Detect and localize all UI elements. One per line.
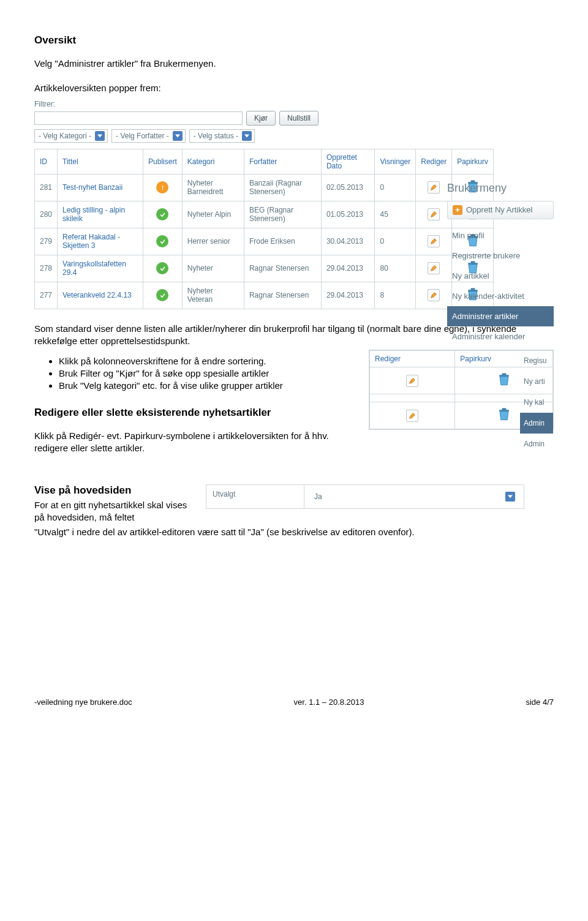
section-heading-oversikt: Oversikt <box>34 34 554 47</box>
cell-id: 281 <box>35 174 58 201</box>
sidebar-title: Brukermeny <box>447 182 554 195</box>
vise-paragraph-left: For at en gitt nyhetsartikkel skal vises… <box>34 499 194 524</box>
edit-icon[interactable] <box>406 375 418 387</box>
status-icon[interactable] <box>156 181 168 194</box>
col-published[interactable]: Publisert <box>148 157 177 166</box>
cell-created: 29.04.2013 <box>321 255 375 282</box>
edit-icon[interactable] <box>428 181 440 194</box>
footer-left: -veiledning nye brukere.doc <box>34 697 132 707</box>
status-icon[interactable] <box>156 208 168 220</box>
filter-category-select[interactable]: - Velg Kategori - <box>34 129 108 143</box>
cell-views: 0 <box>375 174 416 201</box>
trash-icon[interactable] <box>496 382 513 390</box>
cell-author: BEG (Ragnar Stenersen) <box>244 201 321 228</box>
table-row: 279Referat Hakadal - Skjetten 3Herrer se… <box>35 228 494 255</box>
cell-title-link[interactable]: Test-nyhet Banzaii <box>62 183 123 192</box>
trash-icon[interactable] <box>496 416 513 425</box>
sidebar-item[interactable]: Administrer artikler <box>447 306 554 326</box>
col-id[interactable]: ID <box>40 157 47 166</box>
chevron-down-icon <box>505 492 515 502</box>
edit-icon[interactable] <box>406 410 418 422</box>
col-trash[interactable]: Papirkurv <box>457 157 488 166</box>
sidebar-brukermeny: Brukermeny + Opprett Ny Artikkel Min pro… <box>447 182 554 347</box>
cell-id: 278 <box>35 255 58 282</box>
cell-author: Ragnar Stenersen <box>244 255 321 282</box>
col-author[interactable]: Forfatter <box>249 157 277 166</box>
cell-created: 01.05.2013 <box>321 201 375 228</box>
utvalgt-field-row: Utvalgt Ja <box>206 484 524 509</box>
cell-created: 29.04.2013 <box>321 282 375 309</box>
sidebar-fragment-item[interactable]: Admin <box>520 413 553 434</box>
footer-center: ver. 1.1 – 20.8.2013 <box>294 697 364 707</box>
cell-title-link[interactable]: Varingskollstafetten 29.4 <box>62 260 126 277</box>
col-title[interactable]: Tittel <box>62 157 78 166</box>
svg-rect-0 <box>162 186 163 188</box>
svg-rect-15 <box>502 408 506 410</box>
cell-title-link[interactable]: Ledig stilling - alpin skileik <box>62 206 125 223</box>
svg-rect-12 <box>499 375 509 377</box>
edit-icon[interactable] <box>428 289 440 301</box>
cell-views: 8 <box>375 282 416 309</box>
filter-run-button[interactable]: Kjør <box>246 111 276 126</box>
svg-rect-13 <box>502 374 506 375</box>
filter-author-select[interactable]: - Velg Forfatter - <box>111 129 186 143</box>
svg-rect-14 <box>499 410 509 412</box>
cell-views: 80 <box>375 255 416 282</box>
sidebar-fragment-item[interactable]: Ny arti <box>520 371 553 392</box>
col-views[interactable]: Visninger <box>380 157 410 166</box>
cell-author: Ragnar Stenersen <box>244 282 321 309</box>
status-icon[interactable] <box>156 235 168 247</box>
table-row: 278Varingskollstafetten 29.4NyheterRagna… <box>35 255 494 282</box>
vise-paragraph-rest: "Utvalgt" i nedre del av artikkel-editor… <box>34 526 554 538</box>
cell-author: Frode Eriksen <box>244 228 321 255</box>
cell-category: Nyheter <box>182 255 244 282</box>
sidebar-item[interactable]: Ny artikkel <box>447 266 554 286</box>
chevron-down-icon <box>173 131 183 141</box>
footer-right: side 4/7 <box>526 697 554 707</box>
cell-author: Banzaii (Ragnar Stenersen) <box>244 174 321 201</box>
article-grid: ID Tittel Publisert Kategori Forfatter O… <box>34 149 494 309</box>
sidebar-item[interactable]: Registrerte brukere <box>447 246 554 266</box>
cell-views: 45 <box>375 201 416 228</box>
cell-created: 30.04.2013 <box>321 228 375 255</box>
create-article-button[interactable]: + Opprett Ny Artikkel <box>447 201 554 219</box>
chevron-down-icon <box>95 131 105 141</box>
col-created[interactable]: Opprettet Dato <box>326 153 357 170</box>
cell-title-link[interactable]: Referat Hakadal - Skjetten 3 <box>62 233 120 250</box>
utvalgt-select[interactable]: Ja <box>311 490 518 503</box>
edit-icon[interactable] <box>428 262 440 274</box>
cell-created: 02.05.2013 <box>321 174 375 201</box>
cell-id: 277 <box>35 282 58 309</box>
filter-text-input[interactable] <box>34 111 243 125</box>
filter-panel: Filtrer: Kjør Nullstill - Velg Kategori … <box>34 100 552 143</box>
edit-icon[interactable] <box>428 235 440 247</box>
filter-status-select[interactable]: - Velg status - <box>189 129 255 143</box>
filter-reset-button[interactable]: Nullstill <box>279 111 318 126</box>
cell-title-link[interactable]: Veterankveld 22.4.13 <box>62 291 132 299</box>
col-edit[interactable]: Rediger <box>421 157 447 166</box>
cell-category: Nyheter Alpin <box>182 201 244 228</box>
cell-views: 0 <box>375 228 416 255</box>
sidebar-item[interactable]: Ny kalender-aktivitet <box>447 286 554 306</box>
cell-id: 280 <box>35 201 58 228</box>
table-row: 280Ledig stilling - alpin skileikNyheter… <box>35 201 494 228</box>
sidebar-item[interactable]: Administrer kalender <box>447 326 554 347</box>
sidebar-fragment-item[interactable]: Admin <box>520 434 553 454</box>
utvalgt-select-value: Ja <box>314 492 322 501</box>
intro-line-2: Artikkeloversikten popper frem: <box>34 82 554 94</box>
utvalgt-label: Utvalgt <box>206 485 304 508</box>
sidebar-fragment-item[interactable]: Ny kal <box>520 392 553 413</box>
filter-label: Filtrer: <box>34 100 552 108</box>
edit-delete-paragraph: Klikk på Redigér- evt. Papirkurv-symbole… <box>34 430 353 455</box>
status-icon[interactable] <box>156 262 168 274</box>
frag-col-edit[interactable]: Rediger <box>375 355 401 363</box>
cell-category: Nyheter Veteran <box>182 282 244 309</box>
page-footer: -veiledning nye brukere.doc ver. 1.1 – 2… <box>34 697 554 707</box>
cell-category: Nyheter Barneidrett <box>182 174 244 201</box>
col-category[interactable]: Kategori <box>187 157 215 166</box>
status-icon[interactable] <box>156 289 168 301</box>
sidebar-fragment-item[interactable]: Regisu <box>520 350 553 371</box>
sidebar-item[interactable]: Min profil <box>447 225 554 246</box>
frag-col-trash[interactable]: Papirkurv <box>460 355 491 363</box>
edit-icon[interactable] <box>428 208 440 220</box>
